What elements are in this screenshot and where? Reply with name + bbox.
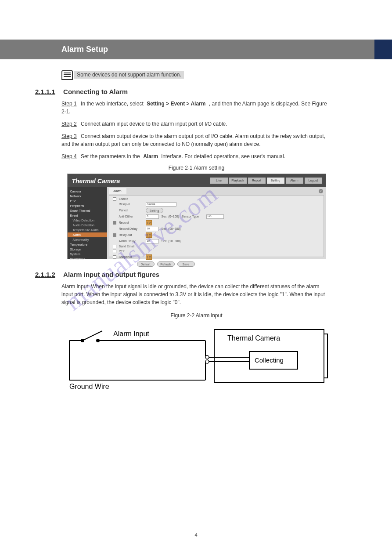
- record-checkbox[interactable]: [113, 221, 116, 225]
- diagram-thermal-camera-label: Thermal Camera: [227, 334, 280, 342]
- side-event[interactable]: Event: [68, 213, 107, 218]
- nav-report[interactable]: Report: [248, 178, 266, 184]
- side-alarm[interactable]: Alarm: [68, 232, 107, 237]
- ptz-checkbox[interactable]: [113, 250, 116, 253]
- svg-point-10: [205, 360, 209, 363]
- side-ptz[interactable]: PTZ: [68, 199, 107, 203]
- side-abnormality[interactable]: Abnormality: [68, 237, 107, 242]
- diagram-alarm-input-label: Alarm Input: [113, 330, 149, 337]
- svg-point-9: [205, 355, 209, 359]
- step-1: Step 1 In the web interface, select Sett…: [61, 100, 331, 116]
- step-2: Step 2 Connect alarm input device to the…: [61, 120, 331, 128]
- side-camera[interactable]: Camera: [68, 189, 107, 194]
- page-number: 4: [0, 532, 392, 537]
- diagram-collecting-label: Collecting: [255, 356, 284, 364]
- note-icon: [61, 70, 73, 80]
- section-1-heading: 2.1.1.1 Connecting to Alarm: [35, 88, 331, 95]
- step-3: Step 3 Connect alarm output device to th…: [61, 132, 331, 148]
- section-2-heading: 2.1.1.2 Alarm input and output figures: [35, 271, 331, 278]
- page-title: Alarm Setup: [61, 45, 108, 54]
- alarm-input-diagram: Alarm Input Ground Wire Thermal Camera C…: [65, 323, 328, 393]
- period-setting-button[interactable]: Setting: [146, 208, 163, 213]
- relayin-select[interactable]: Alarm1: [146, 202, 176, 207]
- side-network[interactable]: Network: [68, 194, 107, 199]
- note-text: Some devices do not support alarm functi…: [74, 71, 183, 79]
- side-storage[interactable]: Storage: [68, 247, 107, 252]
- side-audio-detection[interactable]: Audio Detection: [68, 223, 107, 228]
- step-4: Step 4 Set the parameters in the Alarm i…: [61, 152, 331, 160]
- ss-form-panel: Enable Relay-inAlarm1 PeriodSetting Anti…: [109, 195, 324, 257]
- side-information[interactable]: Information: [68, 257, 107, 261]
- side-smart-thermal[interactable]: Smart Thermal: [68, 208, 107, 213]
- ss-top-nav: Live Playback Report Setting Alarm Logou…: [210, 178, 322, 184]
- svg-rect-14: [324, 334, 327, 378]
- ss-app-title: Thermal Camera: [72, 178, 120, 185]
- diagram-svg: Alarm Input Ground Wire Thermal Camera C…: [65, 323, 328, 393]
- sensor-select[interactable]: NO: [206, 214, 224, 219]
- nav-setting[interactable]: Setting: [267, 178, 284, 184]
- alarm-setting-screenshot: Thermal Camera Live Playback Report Sett…: [67, 174, 326, 259]
- figure-1-label: Figure 2-1 Alarm setting: [61, 165, 331, 171]
- side-video-detection[interactable]: Video Detection: [68, 218, 107, 223]
- note-block: Some devices do not support alarm functi…: [61, 68, 331, 80]
- relayout-checkbox[interactable]: [113, 233, 116, 237]
- nav-playback[interactable]: Playback: [229, 178, 247, 184]
- refresh-button[interactable]: Refresh: [157, 261, 175, 267]
- svg-line-4: [83, 331, 102, 341]
- side-peripheral[interactable]: Peripheral: [68, 203, 107, 208]
- side-temperature[interactable]: Temperature: [68, 242, 107, 247]
- nav-alarm[interactable]: Alarm: [286, 178, 303, 184]
- ss-main: Alarm ? Enable Relay-inAlarm1 PeriodSett…: [107, 187, 326, 259]
- sendemail-checkbox[interactable]: [113, 245, 116, 248]
- nav-live[interactable]: Live: [210, 178, 228, 184]
- recorddelay-input[interactable]: 10: [146, 227, 159, 231]
- help-icon[interactable]: ?: [319, 189, 323, 193]
- tab-alarm[interactable]: Alarm: [109, 188, 126, 194]
- snapshot-checkbox[interactable]: [113, 255, 116, 259]
- default-button[interactable]: Default: [137, 261, 155, 267]
- nav-logout[interactable]: Logout: [305, 178, 322, 184]
- enable-checkbox[interactable]: [113, 197, 116, 201]
- save-button[interactable]: Save: [177, 261, 195, 267]
- figure-2-label: Figure 2-2 Alarm input: [61, 312, 331, 319]
- header-band: [0, 40, 392, 59]
- alarmdelay-input[interactable]: 10: [146, 239, 159, 243]
- record-channel[interactable]: 1 2: [146, 220, 152, 225]
- diagram-ground-wire-label: Ground Wire: [69, 383, 109, 390]
- relayout-channel[interactable]: 1 2: [146, 232, 152, 238]
- header-accent: [374, 40, 392, 59]
- side-temperature-alarm[interactable]: Temperature Alarm: [68, 228, 107, 232]
- section-2-para: Alarm input: When the input signal is id…: [61, 283, 331, 306]
- side-system[interactable]: System: [68, 252, 107, 257]
- ss-sidebar: Camera Network PTZ Peripheral Smart Ther…: [68, 187, 107, 259]
- snapshot-channel[interactable]: 1 2: [146, 254, 152, 260]
- antidither-input[interactable]: 0: [146, 214, 159, 219]
